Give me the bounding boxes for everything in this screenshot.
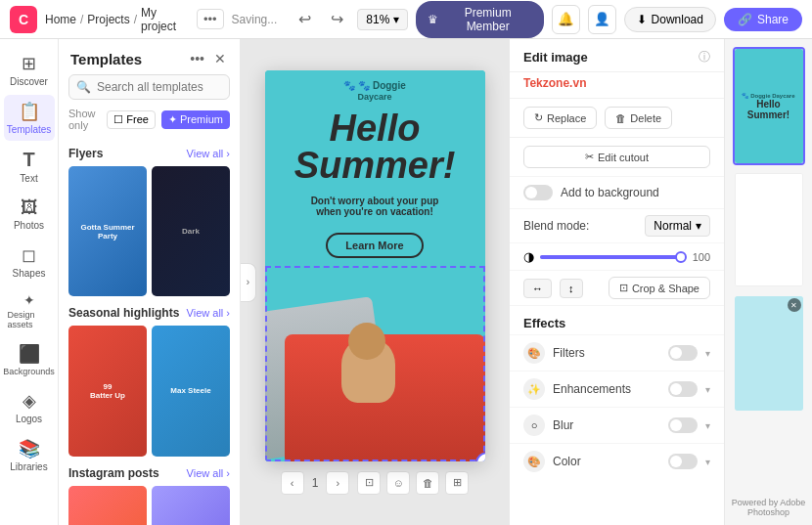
panel-scroll: Flyers View all › Gotta SummerParty Dark…	[59, 139, 240, 525]
add-to-bg-toggle[interactable]	[523, 185, 553, 200]
nav-home[interactable]: Home	[45, 13, 76, 26]
replace-button[interactable]: ↻ Replace	[523, 107, 597, 129]
enhancements-chevron-icon[interactable]: ▾	[705, 384, 710, 395]
learn-more-button[interactable]: Learn More	[326, 233, 423, 258]
more-options-button[interactable]: •••	[197, 9, 224, 29]
panel-header: Templates ••• ✕	[59, 39, 240, 74]
delete-label: Delete	[630, 112, 661, 124]
account-icon-button[interactable]: 👤	[588, 5, 616, 34]
thumb-inner-1: 🐾 Doggie Daycare HelloSummer!	[735, 49, 803, 163]
thumb-preview-1[interactable]: 🐾 Doggie Daycare HelloSummer!	[733, 47, 805, 165]
search-input[interactable]	[68, 74, 230, 100]
design-canvas[interactable]: 🐾 🐾 Doggie Daycare Hello Summer! Don't w…	[265, 70, 485, 461]
panel-header-icons: ••• ✕	[188, 49, 228, 68]
sidebar-label-design-assets: Design assets	[8, 310, 51, 329]
main-layout: ⊞ Discover 📋 Templates T Text 🖼 Photos ◻…	[0, 39, 812, 525]
filter-free-button[interactable]: ☐ Free	[107, 110, 156, 129]
opacity-row: ◑ 100	[510, 243, 724, 271]
sidebar-label-libraries: Libraries	[10, 461, 47, 472]
add-to-background-row[interactable]: Add to background	[510, 177, 724, 209]
sidebar-item-backgrounds[interactable]: ⬛ Backgrounds	[4, 337, 55, 382]
zoom-chevron-icon: ▾	[393, 13, 399, 26]
grid-view-button[interactable]: ⊞	[445, 471, 469, 495]
nav-projects[interactable]: Projects	[87, 13, 129, 26]
flyers-grid: Gotta SummerParty Dark	[68, 166, 230, 296]
brand-name-bottom: Daycare	[279, 92, 472, 102]
instagram-posts-title: Instagram posts	[68, 466, 159, 480]
edit-cutout-button[interactable]: ✂ Edit cutout	[523, 146, 710, 168]
sidebar-item-logos[interactable]: ◈ Logos	[4, 384, 55, 430]
thumb-preview-3[interactable]: ✕	[733, 294, 805, 413]
emoji-button[interactable]: ☺	[386, 471, 410, 495]
instagram-posts-grid: Summer PAH LUMNER TUTORING	[68, 486, 230, 525]
enhancements-toggle[interactable]	[668, 381, 698, 397]
sidebar-item-templates[interactable]: 📋 Templates	[4, 95, 55, 141]
undo-button[interactable]: ↩	[293, 6, 317, 32]
flyers-title: Flyers	[68, 147, 103, 160]
filter-premium-icon: ✦	[168, 113, 177, 126]
blur-toggle[interactable]	[668, 417, 698, 433]
flip-horizontal-button[interactable]: ↔	[523, 279, 552, 298]
sidebar-item-design-assets[interactable]: ✦ Design assets	[4, 286, 55, 335]
share-button[interactable]: 🔗 Share	[724, 8, 802, 31]
crop-shape-button[interactable]: ⊡ Crop & Shape	[609, 277, 710, 299]
page-number: 1	[312, 476, 319, 490]
seasonal-view-all[interactable]: View all ›	[187, 307, 230, 319]
download-button[interactable]: ⬇ Download	[624, 7, 716, 32]
opacity-slider[interactable]	[540, 255, 681, 259]
canvas-image-area[interactable]: +	[265, 266, 485, 461]
flyers-view-all[interactable]: View all ›	[187, 148, 230, 159]
flip-row: ↔ ↕ ⊡ Crop & Shape	[510, 271, 724, 306]
sidebar-item-text[interactable]: T Text	[4, 143, 55, 190]
panel-collapse-button[interactable]: ›	[241, 263, 256, 302]
template-thumb[interactable]: LUMNER TUTORING	[152, 486, 230, 525]
panel-close-button[interactable]: ✕	[212, 49, 228, 68]
nav-current[interactable]: My project	[141, 6, 189, 33]
prev-page-button[interactable]: ‹	[281, 471, 304, 495]
templates-icon: 📋	[19, 101, 40, 122]
template-thumb[interactable]: Summer PAH	[68, 486, 147, 525]
delete-button[interactable]: 🗑 Delete	[605, 107, 672, 129]
filters-toggle[interactable]	[668, 345, 698, 361]
app-logo[interactable]: C	[10, 6, 37, 33]
premium-button[interactable]: ♛ Premium Member	[416, 1, 544, 38]
panel-options-button[interactable]: •••	[188, 49, 206, 68]
zoom-selector[interactable]: 81% ▾	[357, 9, 408, 30]
color-chevron-icon[interactable]: ▾	[705, 457, 710, 467]
opacity-value: 100	[687, 251, 710, 263]
delete-page-button[interactable]: 🗑	[416, 471, 439, 495]
sidebar-item-photos[interactable]: 🖼 Photos	[4, 192, 55, 237]
thumb-close-button[interactable]: ✕	[788, 298, 801, 312]
blur-chevron-icon[interactable]: ▾	[705, 420, 710, 431]
sidebar-item-libraries[interactable]: 📚 Libraries	[4, 432, 55, 478]
sidebar-item-shapes[interactable]: ◻ Shapes	[4, 239, 55, 284]
next-page-button[interactable]: ›	[326, 471, 349, 495]
flip-vertical-button[interactable]: ↕	[560, 279, 583, 298]
filter-premium-button[interactable]: ✦ Premium	[161, 110, 230, 129]
flip-v-icon: ↕	[568, 283, 574, 294]
opacity-thumb[interactable]	[675, 251, 687, 263]
info-icon[interactable]: ⓘ	[699, 49, 710, 66]
premium-label: Premium Member	[443, 6, 532, 33]
color-toggle[interactable]	[668, 454, 698, 469]
template-thumb[interactable]: Dark	[152, 166, 230, 296]
blend-mode-value: Normal	[654, 219, 692, 233]
thumb-preview-2[interactable]	[733, 171, 805, 289]
blur-icon: ○	[523, 415, 545, 436]
template-thumb[interactable]: Gotta SummerParty	[68, 166, 147, 296]
bell-icon-button[interactable]: 🔔	[552, 5, 580, 34]
template-thumb[interactable]: Max Steele	[152, 326, 230, 456]
filters-chevron-icon[interactable]: ▾	[705, 348, 710, 359]
sidebar-item-discover[interactable]: ⊞ Discover	[4, 47, 55, 93]
left-sidebar: ⊞ Discover 📋 Templates T Text 🖼 Photos ◻…	[0, 39, 59, 525]
color-row: 🎨 Color ▾	[510, 443, 724, 479]
flip-h-icon: ↔	[532, 283, 543, 294]
sidebar-label-text: Text	[20, 173, 37, 184]
blend-mode-dropdown[interactable]: Normal ▾	[645, 215, 710, 237]
redo-button[interactable]: ↪	[325, 6, 349, 32]
topbar: C Home / Projects / My project ••• Savin…	[0, 0, 812, 39]
template-thumb[interactable]: 99Batter Up	[68, 326, 147, 456]
right-panel: Edit image ⓘ Tekzone.vn ↻ Replace 🗑 Dele…	[509, 39, 724, 525]
fit-page-button[interactable]: ⊡	[357, 471, 381, 495]
instagram-posts-view-all[interactable]: View all ›	[187, 467, 230, 479]
